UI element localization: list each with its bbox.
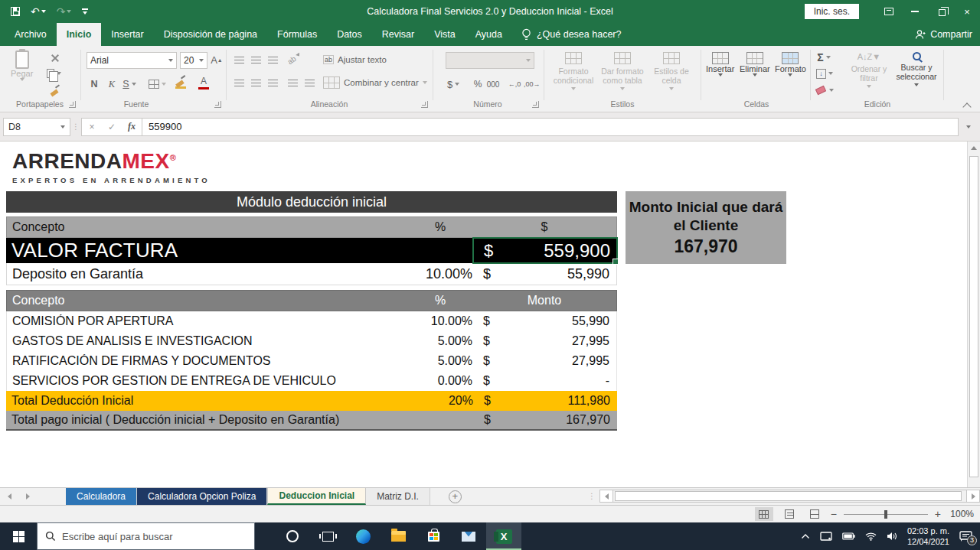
cell-currency[interactable]: $ xyxy=(472,266,501,282)
format-cells-button[interactable]: Formato xyxy=(775,52,806,76)
format-as-table-button[interactable]: Dar formato como tabla xyxy=(599,52,646,90)
ribbon-display-options-button[interactable] xyxy=(876,0,902,23)
tab-vista[interactable]: Vista xyxy=(424,23,466,46)
microsoft-store-button[interactable] xyxy=(416,522,451,550)
cell-concept[interactable]: VALOR FACTURA xyxy=(6,239,409,262)
row-servicios-gestion[interactable]: SERVICIOS POR GESTION DE ENTREGA DE VEHI… xyxy=(6,371,617,391)
cortana-button[interactable] xyxy=(275,522,310,550)
horizontal-scrollbar[interactable]: ⋮ xyxy=(588,487,980,505)
redo-button[interactable]: ↷ xyxy=(57,5,72,18)
fill-button[interactable]: ↓ xyxy=(816,66,833,81)
font-color-button[interactable]: A xyxy=(196,75,211,90)
row-comision-apertura[interactable]: COMISIÓN POR APERTURA 10.00% $ 55,990 xyxy=(6,311,617,331)
cell-amount[interactable]: - xyxy=(501,374,616,388)
row-deposito-garantia[interactable]: Deposito en Garantía 10.00% $ 55,990 xyxy=(6,263,617,285)
taskbar-clock[interactable]: 02:03 p. m. 12/04/2021 xyxy=(907,526,949,548)
delete-cells-button[interactable]: Eliminar xyxy=(740,52,770,76)
row-total-pago-inicial[interactable]: Total pago inicial ( Deducción inicial +… xyxy=(6,411,617,431)
portapapeles-dialog-launcher[interactable] xyxy=(69,101,76,108)
decrease-decimal-button[interactable]: ,00→ xyxy=(524,76,541,92)
vertical-scrollbar[interactable] xyxy=(967,142,980,487)
align-middle-button[interactable] xyxy=(248,52,263,67)
cell-concept[interactable]: COMISIÓN POR APERTURA xyxy=(7,314,408,328)
horizontal-scroll-thumb[interactable] xyxy=(615,491,962,501)
cell-currency[interactable]: $ xyxy=(472,374,501,388)
font-name-combo[interactable]: Arial xyxy=(87,52,177,69)
cancel-entry-button[interactable]: × xyxy=(82,122,102,132)
fill-color-button[interactable] xyxy=(173,75,188,90)
scrollbar-resize-grip[interactable]: ⋮ xyxy=(588,492,596,500)
increase-decimal-button[interactable]: ←,0 xyxy=(507,76,522,92)
battery-icon[interactable] xyxy=(842,532,855,540)
cell-concept[interactable]: Total Deducción Inicial xyxy=(6,394,409,408)
header-concepto[interactable]: Concepto xyxy=(7,220,408,234)
cell-percent[interactable]: 10.00% xyxy=(408,266,472,282)
page-layout-view-button[interactable] xyxy=(780,507,799,521)
bold-button[interactable]: N xyxy=(87,76,102,92)
tab-formulas[interactable]: Fórmulas xyxy=(267,23,327,46)
grow-font-button[interactable]: A▲ xyxy=(209,52,224,67)
align-center-button[interactable] xyxy=(248,75,263,90)
tray-chevron-icon[interactable] xyxy=(801,533,810,539)
merge-center-button[interactable]: Combinar y centrar xyxy=(323,75,427,90)
scroll-left-button[interactable] xyxy=(599,490,613,503)
header-percent[interactable]: % xyxy=(408,294,472,308)
copy-button[interactable] xyxy=(46,66,61,81)
expand-formula-bar-button[interactable] xyxy=(962,123,975,131)
cell-amount[interactable]: 55,990 xyxy=(501,314,616,328)
header-percent[interactable]: % xyxy=(408,220,472,234)
edge-button[interactable] xyxy=(345,522,381,550)
number-format-combo[interactable] xyxy=(446,52,534,69)
cell-percent[interactable]: 5.00% xyxy=(408,354,472,368)
format-painter-button[interactable] xyxy=(47,83,63,98)
borders-button[interactable] xyxy=(149,76,166,92)
scroll-up-button[interactable] xyxy=(968,142,980,155)
share-button[interactable]: Compartir xyxy=(915,23,972,46)
insert-cells-button[interactable]: Insertar xyxy=(706,52,734,76)
cell-amount[interactable]: 167,970 xyxy=(502,413,617,427)
customize-quick-access-button[interactable] xyxy=(82,8,88,15)
row-gastos-analisis[interactable]: GASTOS DE ANALISIS E INVESTIGACION 5.00%… xyxy=(6,331,617,351)
italic-button[interactable]: K xyxy=(104,76,119,92)
collapse-ribbon-button[interactable] xyxy=(964,103,971,107)
module-title-row[interactable]: Módulo deducción inicial xyxy=(6,191,617,213)
row-total-deduccion[interactable]: Total Deducción Inicial 20% $ 111,980 xyxy=(6,391,617,411)
paste-button[interactable]: Pegar xyxy=(11,50,33,81)
cell-currency[interactable]: $ xyxy=(472,314,501,328)
orientation-button[interactable]: ab xyxy=(283,47,305,69)
currency-format-button[interactable]: $ xyxy=(446,76,461,92)
cell-concept[interactable]: Deposito en Garantía xyxy=(7,266,408,282)
tell-me-search[interactable]: ¿Qué desea hacer? xyxy=(512,23,631,46)
tab-revisar[interactable]: Revisar xyxy=(372,23,424,46)
cell-amount[interactable]: 111,980 xyxy=(502,394,617,408)
find-select-button[interactable]: Buscar y seleccionar xyxy=(893,52,940,86)
cell-concept[interactable]: GASTOS DE ANALISIS E INVESTIGACION xyxy=(7,334,408,348)
cell-percent[interactable]: 20% xyxy=(409,394,473,408)
action-center-button[interactable]: 3 xyxy=(959,531,972,542)
align-right-button[interactable] xyxy=(265,75,280,90)
monto-inicial-panel[interactable]: Monto Inicial que dará el Cliente 167,97… xyxy=(626,191,786,264)
autosum-button[interactable]: Σ xyxy=(816,50,831,65)
sheet-tab-calculadora[interactable]: Calculadora xyxy=(66,488,137,505)
cell-styles-button[interactable]: Estilos de celda xyxy=(648,52,695,90)
clear-button[interactable] xyxy=(816,83,834,98)
close-button[interactable]: × xyxy=(954,0,980,23)
cell-percent[interactable]: 10.00% xyxy=(408,314,472,328)
search-input[interactable] xyxy=(62,531,247,542)
cell-currency[interactable]: $ xyxy=(473,394,502,408)
underline-button[interactable]: S xyxy=(122,76,137,92)
volume-icon[interactable] xyxy=(887,532,897,541)
insert-function-button[interactable]: fx xyxy=(122,121,142,132)
restore-button[interactable] xyxy=(928,0,954,23)
numero-dialog-launcher[interactable] xyxy=(532,101,539,108)
excel-taskbar-button[interactable]: X xyxy=(486,522,521,550)
sheet-tab-matriz-di[interactable]: Matriz D.I. xyxy=(366,488,430,505)
tab-ayuda[interactable]: Ayuda xyxy=(466,23,512,46)
minimize-button[interactable] xyxy=(902,0,928,23)
zoom-out-button[interactable]: − xyxy=(831,508,837,520)
zoom-level[interactable]: 100% xyxy=(948,509,974,519)
alineacion-dialog-launcher[interactable] xyxy=(421,101,428,108)
cell-currency[interactable]: $ xyxy=(472,334,501,348)
worksheet[interactable]: ARRENDAMEX® EXPERTOS EN ARRENDAMIENTO Mó… xyxy=(0,142,980,487)
header-concepto[interactable]: Concepto xyxy=(7,294,408,308)
